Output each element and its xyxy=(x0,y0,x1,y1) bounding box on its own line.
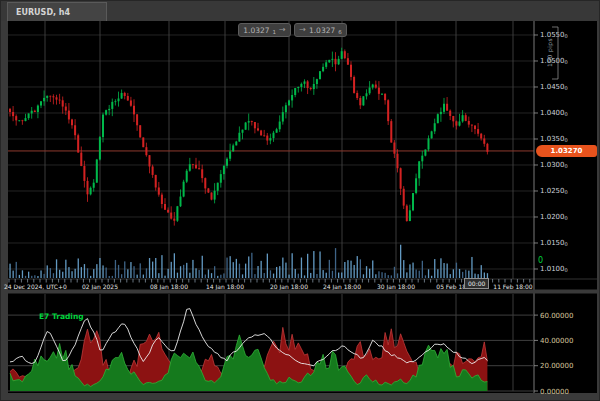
tab-bar: EURUSD, h4 xyxy=(1,1,599,21)
svg-text:24 Dec 2024, UTC+0: 24 Dec 2024, UTC+0 xyxy=(4,283,67,290)
svg-text:1.01000: 1.01000 xyxy=(540,265,568,273)
sell-price: 1.0327 xyxy=(243,26,269,35)
chart-window: EURUSD, h4 24 Dec 2024, UTC+002 Jan 2025… xyxy=(0,0,600,401)
sell-price-subdigit: 1 xyxy=(273,29,277,36)
buy-arrow-icon: → xyxy=(299,26,306,34)
volume-current-value: 0 xyxy=(538,256,543,266)
buy-price: 1.0327 xyxy=(309,26,335,35)
current-time-marker: 00:00 xyxy=(464,278,489,289)
svg-text:1.02000: 1.02000 xyxy=(540,213,568,221)
svg-text:1.03500: 1.03500 xyxy=(540,135,568,143)
sell-button[interactable]: 1.03271 → xyxy=(238,23,291,37)
buy-button[interactable]: → 1.03276 xyxy=(294,23,347,37)
svg-text:20.00000: 20.00000 xyxy=(540,362,573,370)
svg-text:1.02500: 1.02500 xyxy=(540,187,568,195)
svg-text:0.00000: 0.00000 xyxy=(540,388,569,396)
svg-text:60.00000: 60.00000 xyxy=(540,312,573,320)
sell-arrow-icon: → xyxy=(279,26,286,34)
chart-canvas[interactable]: 24 Dec 2024, UTC+002 Jan 202508 Jan 18:0… xyxy=(1,1,600,401)
pips-ruler-text: 100 pips xyxy=(546,39,553,68)
current-price-label: 1.03270 xyxy=(536,145,597,157)
chart-tab[interactable]: EURUSD, h4 xyxy=(7,2,107,21)
svg-text:1.04000: 1.04000 xyxy=(540,109,568,117)
svg-text:11 Feb 18:00: 11 Feb 18:00 xyxy=(493,283,533,290)
chart-tab-label: EURUSD, h4 xyxy=(16,8,70,17)
pips-ruler-label: 100 pips xyxy=(544,27,555,79)
svg-text:40.00000: 40.00000 xyxy=(540,337,573,345)
indicator-name-label: E7 Trading xyxy=(39,312,84,321)
svg-text:1.03000: 1.03000 xyxy=(540,161,568,169)
buy-price-subdigit: 6 xyxy=(338,29,342,36)
svg-text:1.04500: 1.04500 xyxy=(540,83,568,91)
panel-separator xyxy=(1,290,600,294)
svg-text:1.01500: 1.01500 xyxy=(540,239,568,247)
